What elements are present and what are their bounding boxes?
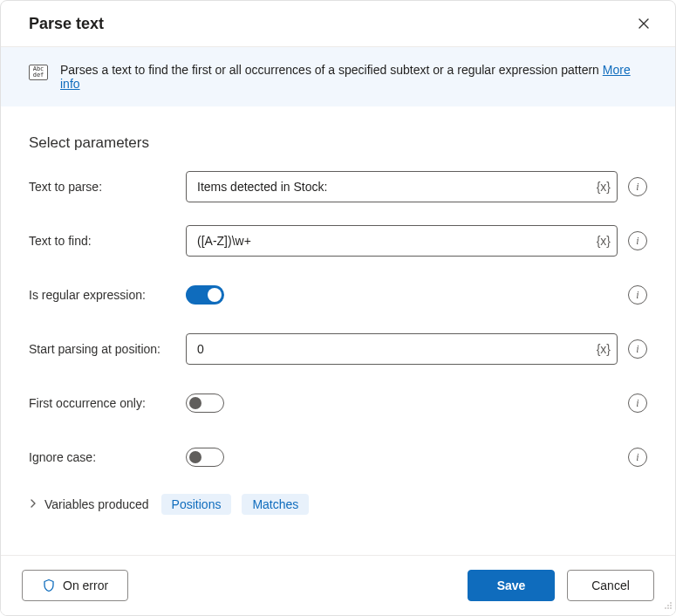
ignore-case-toggle[interactable]	[186, 448, 224, 467]
info-icon: i	[636, 451, 638, 464]
info-button[interactable]: i	[628, 339, 647, 359]
variable-token-button[interactable]: {x}	[597, 342, 611, 356]
info-button[interactable]: i	[628, 231, 647, 250]
row-ignore-case: Ignore case: i	[29, 440, 647, 475]
row-is-regex: Is regular expression: i	[29, 277, 647, 312]
info-icon: i	[636, 397, 638, 410]
dialog-footer: On error Save Cancel	[1, 555, 675, 615]
label-ignore-case: Ignore case:	[29, 450, 186, 464]
row-text-to-find: Text to find: {x} i	[29, 223, 647, 258]
row-variables-produced: Variables produced Positions Matches	[29, 494, 647, 515]
start-position-input[interactable]	[186, 333, 618, 365]
info-icon: i	[636, 181, 638, 194]
info-button[interactable]: i	[628, 448, 647, 467]
banner-description: Parses a text to find the first or all o…	[60, 63, 599, 77]
close-icon	[637, 17, 651, 31]
is-regex-toggle[interactable]	[186, 285, 224, 305]
on-error-button[interactable]: On error	[22, 570, 128, 601]
banner-text: Parses a text to find the first or all o…	[60, 63, 647, 91]
variable-token-button[interactable]: {x}	[597, 234, 611, 248]
section-title: Select parameters	[29, 134, 647, 152]
label-start-position: Start parsing at position:	[29, 342, 186, 356]
text-to-find-input[interactable]	[186, 225, 618, 257]
info-button[interactable]: i	[628, 285, 647, 305]
row-text-to-parse: Text to parse: {x} i	[29, 169, 647, 204]
label-first-only: First occurrence only:	[29, 396, 186, 410]
dialog-header: Parse text	[1, 1, 675, 47]
shield-icon	[42, 578, 56, 592]
label-text-to-find: Text to find:	[29, 234, 186, 248]
chevron-right-icon	[29, 499, 38, 510]
info-icon: i	[636, 235, 638, 248]
text-to-parse-input[interactable]	[186, 171, 618, 202]
variable-chips: Positions Matches	[161, 494, 310, 515]
label-text-to-parse: Text to parse:	[29, 180, 186, 194]
on-error-label: On error	[63, 578, 108, 592]
close-button[interactable]	[633, 13, 654, 34]
info-banner: Abc def Parses a text to find the first …	[1, 47, 675, 106]
variable-chip[interactable]: Positions	[161, 494, 232, 515]
dialog-body: Select parameters Text to parse: {x} i T…	[1, 106, 675, 555]
dialog-title: Parse text	[29, 15, 104, 33]
parse-text-dialog: Parse text Abc def Parses a text to find…	[0, 0, 676, 616]
label-is-regex: Is regular expression:	[29, 288, 186, 302]
variable-token-button[interactable]: {x}	[597, 180, 611, 194]
action-type-icon: Abc def	[29, 65, 48, 80]
save-button[interactable]: Save	[468, 570, 555, 601]
info-button[interactable]: i	[628, 177, 647, 196]
row-start-position: Start parsing at position: {x} i	[29, 332, 647, 366]
info-icon: i	[636, 289, 638, 302]
variables-produced-label: Variables produced	[44, 497, 149, 511]
row-first-only: First occurrence only: i	[29, 386, 647, 421]
variable-chip[interactable]: Matches	[242, 494, 309, 515]
first-only-toggle[interactable]	[186, 394, 224, 413]
info-button[interactable]: i	[628, 394, 647, 413]
info-icon: i	[636, 343, 638, 356]
cancel-button[interactable]: Cancel	[567, 570, 654, 601]
variables-produced-expander[interactable]: Variables produced	[29, 497, 149, 511]
